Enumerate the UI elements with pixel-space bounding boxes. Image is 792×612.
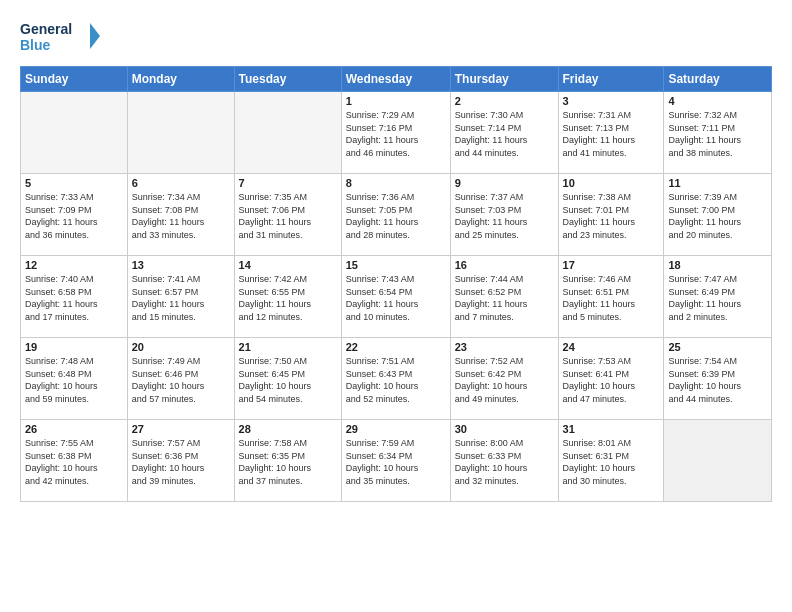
day-header-monday: Monday — [127, 67, 234, 92]
day-number: 24 — [563, 341, 660, 353]
svg-text:General: General — [20, 21, 72, 37]
calendar-cell: 18Sunrise: 7:47 AM Sunset: 6:49 PM Dayli… — [664, 256, 772, 338]
day-number: 9 — [455, 177, 554, 189]
calendar-cell: 6Sunrise: 7:34 AM Sunset: 7:08 PM Daylig… — [127, 174, 234, 256]
calendar-cell: 14Sunrise: 7:42 AM Sunset: 6:55 PM Dayli… — [234, 256, 341, 338]
calendar-cell: 5Sunrise: 7:33 AM Sunset: 7:09 PM Daylig… — [21, 174, 128, 256]
day-info: Sunrise: 8:00 AM Sunset: 6:33 PM Dayligh… — [455, 437, 554, 487]
calendar-cell: 29Sunrise: 7:59 AM Sunset: 6:34 PM Dayli… — [341, 420, 450, 502]
day-info: Sunrise: 7:35 AM Sunset: 7:06 PM Dayligh… — [239, 191, 337, 241]
day-info: Sunrise: 8:01 AM Sunset: 6:31 PM Dayligh… — [563, 437, 660, 487]
calendar-header-row: SundayMondayTuesdayWednesdayThursdayFrid… — [21, 67, 772, 92]
day-info: Sunrise: 7:49 AM Sunset: 6:46 PM Dayligh… — [132, 355, 230, 405]
day-number: 13 — [132, 259, 230, 271]
calendar-cell: 8Sunrise: 7:36 AM Sunset: 7:05 PM Daylig… — [341, 174, 450, 256]
calendar-week-row: 1Sunrise: 7:29 AM Sunset: 7:16 PM Daylig… — [21, 92, 772, 174]
calendar-cell: 19Sunrise: 7:48 AM Sunset: 6:48 PM Dayli… — [21, 338, 128, 420]
day-number: 1 — [346, 95, 446, 107]
day-info: Sunrise: 7:54 AM Sunset: 6:39 PM Dayligh… — [668, 355, 767, 405]
day-info: Sunrise: 7:32 AM Sunset: 7:11 PM Dayligh… — [668, 109, 767, 159]
calendar-cell: 9Sunrise: 7:37 AM Sunset: 7:03 PM Daylig… — [450, 174, 558, 256]
day-number: 17 — [563, 259, 660, 271]
day-info: Sunrise: 7:51 AM Sunset: 6:43 PM Dayligh… — [346, 355, 446, 405]
day-number: 26 — [25, 423, 123, 435]
calendar-cell: 7Sunrise: 7:35 AM Sunset: 7:06 PM Daylig… — [234, 174, 341, 256]
calendar-cell: 13Sunrise: 7:41 AM Sunset: 6:57 PM Dayli… — [127, 256, 234, 338]
calendar-cell: 25Sunrise: 7:54 AM Sunset: 6:39 PM Dayli… — [664, 338, 772, 420]
calendar-cell: 16Sunrise: 7:44 AM Sunset: 6:52 PM Dayli… — [450, 256, 558, 338]
day-number: 11 — [668, 177, 767, 189]
day-header-saturday: Saturday — [664, 67, 772, 92]
svg-marker-2 — [90, 23, 100, 49]
day-info: Sunrise: 7:55 AM Sunset: 6:38 PM Dayligh… — [25, 437, 123, 487]
calendar-cell: 26Sunrise: 7:55 AM Sunset: 6:38 PM Dayli… — [21, 420, 128, 502]
day-info: Sunrise: 7:50 AM Sunset: 6:45 PM Dayligh… — [239, 355, 337, 405]
day-number: 7 — [239, 177, 337, 189]
day-number: 29 — [346, 423, 446, 435]
calendar-week-row: 19Sunrise: 7:48 AM Sunset: 6:48 PM Dayli… — [21, 338, 772, 420]
day-info: Sunrise: 7:38 AM Sunset: 7:01 PM Dayligh… — [563, 191, 660, 241]
day-number: 23 — [455, 341, 554, 353]
day-info: Sunrise: 7:33 AM Sunset: 7:09 PM Dayligh… — [25, 191, 123, 241]
day-number: 25 — [668, 341, 767, 353]
calendar-week-row: 5Sunrise: 7:33 AM Sunset: 7:09 PM Daylig… — [21, 174, 772, 256]
day-number: 27 — [132, 423, 230, 435]
calendar-cell: 10Sunrise: 7:38 AM Sunset: 7:01 PM Dayli… — [558, 174, 664, 256]
calendar-week-row: 12Sunrise: 7:40 AM Sunset: 6:58 PM Dayli… — [21, 256, 772, 338]
day-info: Sunrise: 7:47 AM Sunset: 6:49 PM Dayligh… — [668, 273, 767, 323]
calendar-cell: 30Sunrise: 8:00 AM Sunset: 6:33 PM Dayli… — [450, 420, 558, 502]
day-header-sunday: Sunday — [21, 67, 128, 92]
day-header-tuesday: Tuesday — [234, 67, 341, 92]
day-number: 22 — [346, 341, 446, 353]
day-number: 15 — [346, 259, 446, 271]
day-number: 28 — [239, 423, 337, 435]
calendar-cell: 2Sunrise: 7:30 AM Sunset: 7:14 PM Daylig… — [450, 92, 558, 174]
calendar-cell — [127, 92, 234, 174]
day-info: Sunrise: 7:57 AM Sunset: 6:36 PM Dayligh… — [132, 437, 230, 487]
day-info: Sunrise: 7:52 AM Sunset: 6:42 PM Dayligh… — [455, 355, 554, 405]
day-info: Sunrise: 7:30 AM Sunset: 7:14 PM Dayligh… — [455, 109, 554, 159]
day-info: Sunrise: 7:53 AM Sunset: 6:41 PM Dayligh… — [563, 355, 660, 405]
day-info: Sunrise: 7:59 AM Sunset: 6:34 PM Dayligh… — [346, 437, 446, 487]
day-number: 20 — [132, 341, 230, 353]
calendar-cell: 15Sunrise: 7:43 AM Sunset: 6:54 PM Dayli… — [341, 256, 450, 338]
day-info: Sunrise: 7:40 AM Sunset: 6:58 PM Dayligh… — [25, 273, 123, 323]
day-info: Sunrise: 7:39 AM Sunset: 7:00 PM Dayligh… — [668, 191, 767, 241]
day-number: 14 — [239, 259, 337, 271]
calendar-week-row: 26Sunrise: 7:55 AM Sunset: 6:38 PM Dayli… — [21, 420, 772, 502]
day-info: Sunrise: 7:42 AM Sunset: 6:55 PM Dayligh… — [239, 273, 337, 323]
calendar-cell: 24Sunrise: 7:53 AM Sunset: 6:41 PM Dayli… — [558, 338, 664, 420]
calendar-cell: 1Sunrise: 7:29 AM Sunset: 7:16 PM Daylig… — [341, 92, 450, 174]
day-info: Sunrise: 7:37 AM Sunset: 7:03 PM Dayligh… — [455, 191, 554, 241]
day-number: 12 — [25, 259, 123, 271]
day-info: Sunrise: 7:29 AM Sunset: 7:16 PM Dayligh… — [346, 109, 446, 159]
day-info: Sunrise: 7:36 AM Sunset: 7:05 PM Dayligh… — [346, 191, 446, 241]
day-number: 10 — [563, 177, 660, 189]
calendar-cell: 27Sunrise: 7:57 AM Sunset: 6:36 PM Dayli… — [127, 420, 234, 502]
svg-text:Blue: Blue — [20, 37, 51, 53]
day-number: 30 — [455, 423, 554, 435]
day-header-wednesday: Wednesday — [341, 67, 450, 92]
day-info: Sunrise: 7:48 AM Sunset: 6:48 PM Dayligh… — [25, 355, 123, 405]
calendar-cell: 20Sunrise: 7:49 AM Sunset: 6:46 PM Dayli… — [127, 338, 234, 420]
day-number: 3 — [563, 95, 660, 107]
day-number: 4 — [668, 95, 767, 107]
calendar-cell: 3Sunrise: 7:31 AM Sunset: 7:13 PM Daylig… — [558, 92, 664, 174]
calendar-table: SundayMondayTuesdayWednesdayThursdayFrid… — [20, 66, 772, 502]
calendar-cell — [21, 92, 128, 174]
day-info: Sunrise: 7:46 AM Sunset: 6:51 PM Dayligh… — [563, 273, 660, 323]
calendar-cell: 31Sunrise: 8:01 AM Sunset: 6:31 PM Dayli… — [558, 420, 664, 502]
page: General Blue SundayMondayTuesdayWednesda… — [0, 0, 792, 512]
calendar-cell: 21Sunrise: 7:50 AM Sunset: 6:45 PM Dayli… — [234, 338, 341, 420]
day-info: Sunrise: 7:58 AM Sunset: 6:35 PM Dayligh… — [239, 437, 337, 487]
day-info: Sunrise: 7:44 AM Sunset: 6:52 PM Dayligh… — [455, 273, 554, 323]
calendar-cell: 11Sunrise: 7:39 AM Sunset: 7:00 PM Dayli… — [664, 174, 772, 256]
day-number: 31 — [563, 423, 660, 435]
logo-svg: General Blue — [20, 18, 100, 56]
day-number: 21 — [239, 341, 337, 353]
day-number: 16 — [455, 259, 554, 271]
day-number: 2 — [455, 95, 554, 107]
header: General Blue — [20, 18, 772, 56]
day-number: 8 — [346, 177, 446, 189]
day-header-thursday: Thursday — [450, 67, 558, 92]
